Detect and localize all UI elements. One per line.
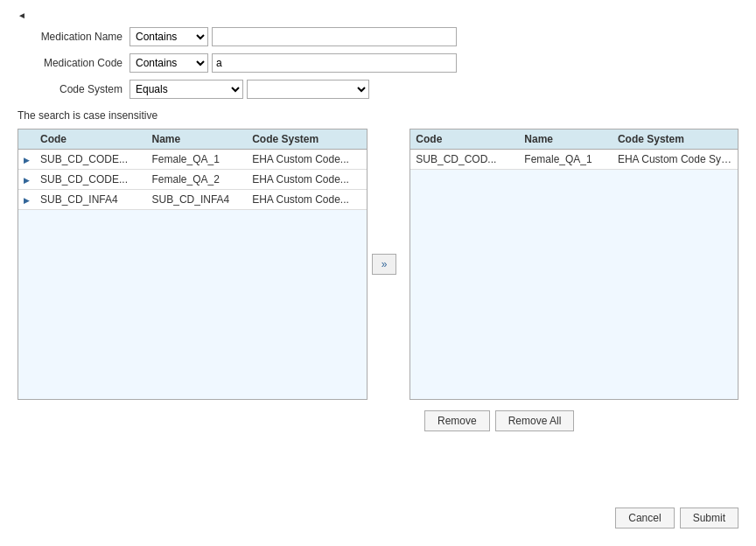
cancel-button[interactable]: Cancel <box>615 508 674 528</box>
action-buttons-area: Cancel Submit <box>615 508 738 528</box>
right-row-code: SUB_CD_COD... <box>410 150 519 170</box>
left-table: Code Name Code System SUB_CD_CODE... Fem… <box>18 130 367 210</box>
code-system-row: Code System Equals Contains <box>18 80 738 99</box>
submit-button[interactable]: Submit <box>680 508 738 528</box>
left-row-codesystem: EHA Custom Code... <box>247 170 367 190</box>
left-row-name: SUB_CD_INFA4 <box>147 190 248 210</box>
left-col-name: Name <box>147 130 248 150</box>
left-row-codesystem: EHA Custom Code... <box>247 150 367 170</box>
medication-name-row: Medication Name Contains Equals Starts W… <box>18 27 738 46</box>
transfer-area: » <box>368 129 402 400</box>
code-system-operator[interactable]: Equals Contains <box>130 80 243 99</box>
table-row[interactable]: SUB_CD_INFA4 SUB_CD_INFA4 EHA Custom Cod… <box>18 190 367 210</box>
medication-name-label: Medication Name <box>18 31 122 43</box>
remove-buttons-area: Remove Remove All <box>424 410 574 431</box>
left-row-code: SUB_CD_CODE... <box>35 170 147 190</box>
table-row[interactable]: SUB_CD_CODE... Female_QA_1 EHA Custom Co… <box>18 150 367 170</box>
page-container: ◄ Medication Name Contains Equals Starts… <box>0 0 756 546</box>
left-col-codesystem: Code System <box>247 130 367 150</box>
left-col-arrow <box>18 130 35 150</box>
right-row-codesystem: EHA Custom Code System <box>612 150 738 170</box>
code-system-controls: Equals Contains <box>130 80 369 99</box>
left-row-name: Female_QA_1 <box>147 150 248 170</box>
right-row-name: Female_QA_1 <box>519 150 612 170</box>
left-panel: Code Name Code System SUB_CD_CODE... Fem… <box>18 129 368 400</box>
code-system-value-select[interactable] <box>247 80 369 99</box>
code-system-label: Code System <box>18 83 122 95</box>
row-expand-icon[interactable] <box>18 150 35 170</box>
row-expand-icon[interactable] <box>18 190 35 210</box>
row-expand-icon[interactable] <box>18 170 35 190</box>
left-row-code: SUB_CD_CODE... <box>35 150 147 170</box>
table-row[interactable]: SUB_CD_CODE... Female_QA_2 EHA Custom Co… <box>18 170 367 190</box>
case-note: The search is case insensitive <box>18 109 738 122</box>
left-row-code: SUB_CD_INFA4 <box>35 190 147 210</box>
left-row-name: Female_QA_2 <box>147 170 248 190</box>
right-col-code: Code <box>410 130 519 150</box>
medication-code-row: Medication Code Contains Equals Starts W… <box>18 53 738 73</box>
collapse-arrow[interactable]: ◄ <box>18 10 26 20</box>
medication-name-input[interactable] <box>212 27 457 46</box>
right-panel: Code Name Code System SUB_CD_COD... Fema… <box>410 129 738 400</box>
table-row[interactable]: SUB_CD_COD... Female_QA_1 EHA Custom Cod… <box>410 150 738 170</box>
filter-section: Medication Name Contains Equals Starts W… <box>18 27 738 99</box>
medication-name-operator[interactable]: Contains Equals Starts With <box>130 27 208 46</box>
medication-code-input[interactable] <box>212 53 457 73</box>
right-table: Code Name Code System SUB_CD_COD... Fema… <box>410 130 738 170</box>
medication-code-operator[interactable]: Contains Equals Starts With <box>130 53 208 73</box>
right-col-name: Name <box>519 130 612 150</box>
left-col-code: Code <box>35 130 147 150</box>
right-col-codesystem: Code System <box>612 130 738 150</box>
transfer-button[interactable]: » <box>372 254 396 275</box>
remove-all-button[interactable]: Remove All <box>495 410 575 431</box>
remove-button[interactable]: Remove <box>424 410 490 431</box>
left-row-codesystem: EHA Custom Code... <box>247 190 367 210</box>
main-content: Code Name Code System SUB_CD_CODE... Fem… <box>18 129 738 400</box>
medication-code-label: Medication Code <box>18 57 122 69</box>
